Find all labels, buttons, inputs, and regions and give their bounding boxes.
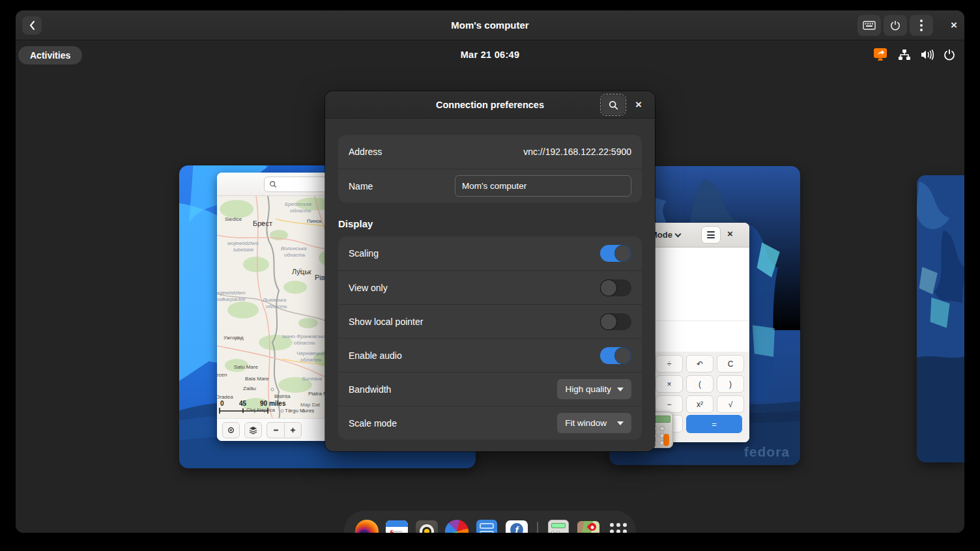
map-label: Satu Mare [234, 364, 258, 370]
dock-item-photos[interactable] [444, 519, 469, 533]
show-local-pointer-toggle[interactable] [600, 313, 631, 330]
search-icon [269, 180, 277, 188]
power-icon [944, 49, 955, 61]
calc-button[interactable]: √ [717, 395, 744, 413]
calc-button[interactable]: ) [717, 375, 744, 393]
fedora-watermark: fedora [744, 444, 790, 460]
map-label: Івано-Франківська [282, 333, 326, 339]
dock-item-calendar[interactable] [384, 519, 409, 533]
map-label: Suceava [302, 376, 322, 382]
map-label: lubelskie [233, 247, 253, 253]
calculator-icon [548, 520, 569, 533]
calculator-menu-button[interactable] [701, 226, 721, 244]
app-grid-icon [610, 523, 627, 533]
photos-icon [442, 517, 471, 533]
display-section-title: Display [338, 218, 642, 229]
window-menu-button[interactable] [910, 15, 933, 36]
calc-button-equals[interactable]: = [686, 415, 742, 433]
scaling-label: Scaling [349, 248, 379, 259]
map-label: область [294, 340, 315, 346]
keyboard-shortcuts-button[interactable] [857, 15, 881, 36]
dock-separator [537, 522, 538, 533]
dropdown-arrow-icon [617, 421, 624, 425]
dialog-search-button[interactable] [601, 95, 625, 115]
calculator-close-icon[interactable]: × [727, 228, 733, 239]
map-label: Siedlce [225, 216, 242, 222]
locate-button[interactable] [222, 422, 240, 438]
fedora-media-writer-icon: f [506, 520, 528, 533]
scaling-row: Scaling [338, 236, 642, 270]
zoom-out-button[interactable] [267, 422, 284, 438]
minus-icon [272, 427, 280, 434]
address-label: Address [349, 147, 382, 157]
map-label: Bistrița [274, 393, 290, 399]
map-label: podkarpackie [217, 296, 246, 302]
enable-audio-label: Enable audio [349, 350, 402, 361]
layers-button[interactable] [244, 422, 262, 438]
scaling-toggle[interactable] [600, 245, 631, 262]
calendar-icon [386, 520, 408, 533]
volume-icon [920, 49, 934, 61]
dock-item-files[interactable] [474, 519, 499, 533]
screen: fedora [0, 0, 980, 551]
dialog-close-button[interactable]: × [629, 95, 648, 115]
dialog-headerbar: Connection preferences × [325, 91, 655, 119]
map-label: Львівська [263, 297, 286, 303]
scale-mode-row: Scale mode Fit window [338, 406, 642, 440]
dock-item-music[interactable] [414, 519, 439, 533]
dropdown-arrow-icon [617, 388, 624, 391]
maps-icon [577, 521, 599, 533]
back-button[interactable] [22, 16, 42, 35]
dock-item-maps[interactable] [576, 519, 601, 533]
map-label: Пинск [307, 218, 321, 224]
calc-button[interactable]: ÷ [656, 355, 683, 373]
plus-icon [289, 427, 296, 434]
name-input[interactable]: Mom's computer [455, 175, 631, 197]
dock-item-fedora-media-writer[interactable]: f [504, 519, 529, 533]
map-label: область [284, 252, 306, 258]
bandwidth-dropdown[interactable]: High quality [557, 379, 631, 399]
view-only-toggle[interactable] [600, 279, 631, 296]
zoom-in-button[interactable] [284, 422, 302, 438]
chevron-down-icon [675, 231, 682, 237]
screen-share-indicator-icon [872, 48, 889, 62]
map-label: Map Dat [300, 402, 320, 408]
close-window-button[interactable]: × [944, 15, 964, 36]
map-label: Чернівецька [296, 350, 326, 356]
search-icon [609, 100, 618, 110]
map-label: Cluj-Napoca [246, 407, 275, 413]
system-tray[interactable] [872, 41, 955, 68]
dock: f [344, 511, 636, 533]
clock[interactable]: Mar 21 06:49 [16, 41, 964, 68]
dock-item-firefox[interactable] [354, 519, 379, 533]
keyboard-icon [863, 21, 876, 30]
bandwidth-value: High quality [565, 384, 611, 394]
bandwidth-row: Bandwidth High quality [338, 372, 642, 406]
connections-app-window: fedora [16, 10, 964, 533]
scale-mode-value: Fit window [565, 418, 607, 428]
enable-audio-row: Enable audio [338, 338, 642, 372]
shell-top-bar: Activities Mar 21 06:49 [16, 41, 964, 68]
connections-headerbar: Mom's computer [16, 10, 964, 40]
send-power-button[interactable] [884, 15, 907, 36]
map-label: 45 [239, 400, 246, 407]
dialog-body: Address vnc://192.168.122.22:5900 Name M… [325, 119, 655, 451]
calc-button[interactable]: ( [686, 375, 713, 393]
calc-button[interactable]: ↶ [686, 355, 713, 373]
enable-audio-toggle[interactable] [600, 347, 631, 364]
calc-button[interactable]: x² [686, 395, 713, 413]
wired-network-icon [898, 49, 911, 61]
scale-mode-dropdown[interactable]: Fit window [557, 413, 631, 433]
map-label: Oradea [217, 394, 233, 400]
dock-item-app-grid[interactable] [606, 519, 631, 533]
calc-button[interactable]: × [656, 375, 683, 393]
calc-button[interactable]: C [717, 355, 744, 373]
dock-item-calculator[interactable] [546, 519, 571, 533]
name-row: Name Mom's computer [338, 169, 642, 203]
power-icon [890, 20, 901, 31]
map-label: Târgu Mureș [285, 408, 314, 414]
window-preview-remote-desktop-far-right[interactable] [917, 175, 964, 462]
address-value: vnc://192.168.122.22:5900 [523, 147, 631, 157]
calc-button[interactable]: − [656, 395, 683, 413]
window-title: Mom's computer [16, 20, 964, 31]
